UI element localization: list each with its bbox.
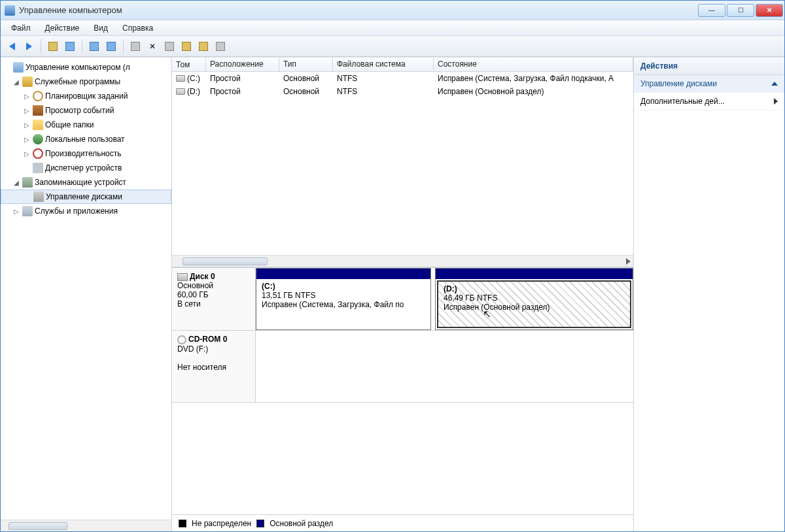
tree-device-manager[interactable]: Диспетчер устройств	[1, 161, 171, 175]
menu-help[interactable]: Справка	[116, 22, 160, 35]
navigation-tree: Управление компьютером (л ◢Служебные про…	[1, 58, 172, 531]
legend: Не распределен Основной раздел	[172, 514, 633, 531]
partition-c[interactable]: (C:) 13,51 ГБ NTFS Исправен (Система, За…	[256, 268, 431, 330]
legend-unallocated-swatch	[179, 520, 186, 527]
hdd-icon	[177, 273, 188, 281]
tree-hscrollbar[interactable]	[1, 520, 171, 531]
action-more[interactable]: Дополнительные дей...	[634, 93, 784, 110]
close-button[interactable]: ✕	[756, 4, 783, 17]
toolbar-btn-10[interactable]	[213, 39, 228, 54]
arrow-left-icon	[9, 42, 15, 50]
tree-disk-management[interactable]: Управление дисками	[1, 190, 171, 204]
chart-icon	[216, 42, 225, 51]
window-title: Управление компьютером	[19, 5, 698, 15]
menu-view[interactable]: Вид	[87, 22, 114, 35]
volume-row-c[interactable]: (C:) Простой Основной NTFS Исправен (Сис…	[172, 72, 633, 85]
maximize-button[interactable]: ☐	[727, 4, 754, 17]
services-icon	[22, 206, 33, 216]
tree-root-label: Управление компьютером (л	[26, 63, 130, 72]
users-icon	[33, 134, 43, 144]
computer-icon	[13, 62, 24, 73]
action-disk-mgmt[interactable]: Управление дисками	[634, 75, 784, 93]
col-type[interactable]: Тип	[279, 58, 333, 71]
legend-primary: Основной раздел	[270, 519, 333, 528]
toolbar-btn-9[interactable]	[196, 39, 211, 54]
col-status[interactable]: Состояние	[434, 58, 633, 71]
toolbar-btn-4[interactable]	[104, 39, 118, 54]
toolbar: ✕	[1, 36, 784, 57]
list-icon	[165, 42, 174, 51]
menu-file[interactable]: Файл	[5, 22, 37, 35]
center-panel: Том Расположение Тип Файловая система Со…	[172, 58, 634, 531]
x-icon: ✕	[149, 42, 156, 51]
expand-icon	[774, 98, 778, 105]
col-layout[interactable]: Расположение	[206, 58, 279, 71]
menu-action[interactable]: Действие	[39, 22, 86, 35]
clock-icon	[33, 91, 43, 101]
cdrom-row: CD-ROM 0 DVD (F:) Нет носителя	[172, 331, 633, 403]
event-icon	[33, 105, 43, 116]
volume-row-d[interactable]: (D:) Простой Основной NTFS Исправен (Осн…	[172, 85, 633, 98]
refresh-icon	[131, 42, 140, 51]
minimize-button[interactable]: —	[698, 4, 725, 17]
col-volume[interactable]: Том	[172, 58, 206, 71]
partition-d[interactable]: (D:) 46,49 ГБ NTFS Исправен (Основной ра…	[435, 268, 633, 330]
partition-stripe	[256, 269, 430, 279]
refresh-button[interactable]	[128, 39, 143, 54]
open-icon	[182, 42, 191, 51]
cursor-icon: ↖	[483, 308, 491, 320]
titlebar: Управление компьютером — ☐ ✕	[1, 1, 784, 20]
help-button[interactable]	[87, 39, 101, 54]
tree-services[interactable]: ▷Службы и приложения	[1, 204, 171, 218]
legend-unallocated: Не распределен	[192, 519, 251, 528]
tree-system-tools[interactable]: ◢Служебные программы	[1, 75, 171, 89]
back-button[interactable]	[5, 39, 19, 54]
disk-graphical: Диск 0 Основной 60,00 ГБ В сети (C:) 13,…	[172, 267, 633, 514]
zoom-icon	[199, 42, 208, 51]
device-icon	[33, 163, 43, 173]
tree-local-users[interactable]: ▷Локальные пользоват	[1, 132, 171, 146]
tree-event-viewer[interactable]: ▷Просмотр событий	[1, 103, 171, 118]
perf-icon	[33, 148, 43, 159]
app-icon	[5, 5, 15, 16]
tree-shared-folders[interactable]: ▷Общие папки	[1, 118, 171, 132]
tools-icon	[22, 76, 33, 87]
help-icon	[90, 42, 99, 51]
toolbar-btn-8[interactable]	[179, 39, 194, 54]
tree-performance[interactable]: ▷Производительность	[1, 146, 171, 161]
actions-panel: Действия Управление дисками Дополнительн…	[634, 58, 784, 531]
partition-stripe	[436, 269, 633, 279]
tree-root[interactable]: Управление компьютером (л	[1, 60, 171, 75]
storage-icon	[22, 177, 33, 188]
menubar: Файл Действие Вид Справка	[1, 20, 784, 36]
folder-icon	[33, 120, 43, 130]
drive-icon	[176, 75, 185, 82]
forward-button[interactable]	[22, 39, 36, 54]
toolbar-btn-7[interactable]	[162, 39, 177, 54]
tree-scheduler[interactable]: ▷Планировщик заданий	[1, 89, 171, 103]
folder-icon	[48, 42, 58, 51]
toolbar-btn-1[interactable]	[46, 39, 60, 54]
cdrom-icon	[177, 335, 186, 344]
tree-storage[interactable]: ◢Запоминающие устройст	[1, 175, 171, 190]
arrow-right-icon	[26, 42, 32, 50]
disk0-row: Диск 0 Основной 60,00 ГБ В сети (C:) 13,…	[172, 268, 633, 331]
delete-button[interactable]: ✕	[145, 39, 160, 54]
panel-icon	[65, 42, 75, 51]
disk0-label[interactable]: Диск 0 Основной 60,00 ГБ В сети	[172, 268, 256, 330]
collapse-icon	[771, 82, 778, 86]
volume-list: (C:) Простой Основной NTFS Исправен (Сис…	[172, 72, 633, 255]
volume-hscrollbar[interactable]	[172, 255, 633, 267]
grid-icon	[107, 42, 116, 51]
toolbar-btn-2[interactable]	[63, 39, 77, 54]
col-fs[interactable]: Файловая система	[333, 58, 434, 71]
actions-header: Действия	[634, 58, 784, 75]
legend-primary-swatch	[256, 520, 264, 527]
drive-icon	[176, 88, 185, 95]
disk-icon	[33, 191, 44, 202]
cdrom-label[interactable]: CD-ROM 0 DVD (F:) Нет носителя	[172, 331, 256, 402]
volume-header: Том Расположение Тип Файловая система Со…	[172, 58, 633, 72]
